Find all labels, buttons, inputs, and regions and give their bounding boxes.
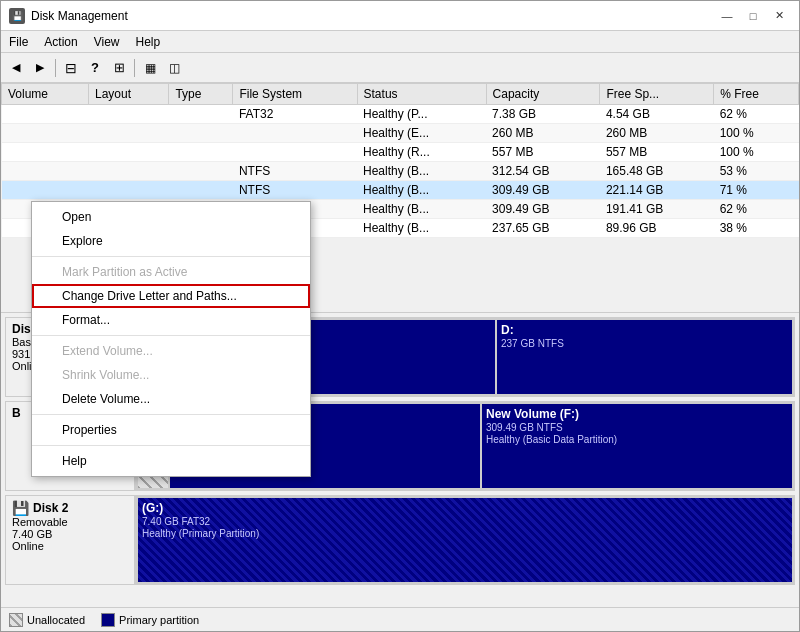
table-cell: 89.96 GB	[600, 219, 714, 238]
minimize-button[interactable]: —	[715, 7, 739, 25]
menu-help[interactable]: Help	[128, 33, 169, 50]
ctx-change-drive-letter[interactable]: Change Drive Letter and Paths...	[32, 284, 310, 308]
table-cell: 165.48 GB	[600, 162, 714, 181]
disk2-size: 7.40 GB	[12, 528, 128, 540]
title-bar-left: 💾 Disk Management	[9, 8, 128, 24]
ctx-delete[interactable]: Delete Volume...	[32, 387, 310, 411]
disk2-name: Disk 2	[33, 501, 68, 515]
disk2-part-g[interactable]: (G:) 7.40 GB FAT32 Healthy (Primary Part…	[138, 498, 792, 582]
disk-view-button[interactable]: ▦	[139, 57, 161, 79]
disk2-row: 💾 Disk 2 Removable 7.40 GB Online (G:) 7…	[5, 495, 795, 585]
ctx-extend: Extend Volume...	[32, 339, 310, 363]
disk0-part-d[interactable]: D: 237 GB NTFS	[497, 320, 792, 394]
ctx-shrink: Shrink Volume...	[32, 363, 310, 387]
table-cell: NTFS	[233, 181, 357, 200]
table-row[interactable]: NTFSHealthy (B...312.54 GB165.48 GB53 %	[2, 162, 799, 181]
content-area: Volume Layout Type File System Status Ca…	[1, 83, 799, 631]
properties-button[interactable]: ⊞	[108, 57, 130, 79]
table-cell: 7.38 GB	[486, 105, 600, 124]
table-cell	[169, 105, 233, 124]
legend-unallocated-label: Unallocated	[27, 614, 85, 626]
legend-unallocated-color	[9, 613, 23, 627]
disk2-icon: 💾	[12, 500, 29, 516]
disk-button-2[interactable]: ◫	[163, 57, 185, 79]
ctx-sep-4	[32, 445, 310, 446]
list-view-button[interactable]: ⊟	[60, 57, 82, 79]
table-cell: 71 %	[714, 181, 799, 200]
ctx-explore[interactable]: Explore	[32, 229, 310, 253]
table-cell	[88, 181, 168, 200]
part-d-name: D:	[501, 323, 788, 337]
part-f-name: New Volume (F:)	[486, 407, 788, 421]
table-cell	[2, 124, 89, 143]
disk2-label: 💾 Disk 2 Removable 7.40 GB Online	[5, 495, 135, 585]
part-d-info: 237 GB NTFS	[501, 338, 788, 349]
legend-primary: Primary partition	[101, 613, 199, 627]
col-volume[interactable]: Volume	[2, 84, 89, 105]
ctx-mark-active: Mark Partition as Active	[32, 260, 310, 284]
col-capacity[interactable]: Capacity	[486, 84, 600, 105]
toolbar: ◀ ▶ ⊟ ? ⊞ ▦ ◫	[1, 53, 799, 83]
table-cell: Healthy (B...	[357, 200, 486, 219]
col-pct[interactable]: % Free	[714, 84, 799, 105]
table-cell: 4.54 GB	[600, 105, 714, 124]
close-button[interactable]: ✕	[767, 7, 791, 25]
table-cell	[169, 124, 233, 143]
ctx-format[interactable]: Format...	[32, 308, 310, 332]
ctx-help[interactable]: Help	[32, 449, 310, 473]
table-cell	[233, 143, 357, 162]
table-cell	[169, 181, 233, 200]
table-cell	[233, 124, 357, 143]
col-filesystem[interactable]: File System	[233, 84, 357, 105]
table-cell: 312.54 GB	[486, 162, 600, 181]
ctx-properties[interactable]: Properties	[32, 418, 310, 442]
table-cell: Healthy (P...	[357, 105, 486, 124]
table-cell	[2, 181, 89, 200]
table-cell: 221.14 GB	[600, 181, 714, 200]
menu-file[interactable]: File	[1, 33, 36, 50]
ctx-sep-3	[32, 414, 310, 415]
ctx-open[interactable]: Open	[32, 205, 310, 229]
title-buttons: — □ ✕	[715, 7, 791, 25]
table-cell: 100 %	[714, 124, 799, 143]
legend-primary-label: Primary partition	[119, 614, 199, 626]
table-cell	[169, 162, 233, 181]
col-status[interactable]: Status	[357, 84, 486, 105]
forward-button[interactable]: ▶	[29, 57, 51, 79]
table-cell	[88, 162, 168, 181]
ctx-sep-1	[32, 256, 310, 257]
table-row[interactable]: FAT32Healthy (P...7.38 GB4.54 GB62 %	[2, 105, 799, 124]
table-cell: Healthy (R...	[357, 143, 486, 162]
table-cell: 53 %	[714, 162, 799, 181]
table-cell	[2, 105, 89, 124]
col-free[interactable]: Free Sp...	[600, 84, 714, 105]
col-type[interactable]: Type	[169, 84, 233, 105]
window-title: Disk Management	[31, 9, 128, 23]
table-cell: 309.49 GB	[486, 200, 600, 219]
disk2-status: Online	[12, 540, 128, 552]
table-cell: 191.41 GB	[600, 200, 714, 219]
table-row[interactable]: NTFSHealthy (B...309.49 GB221.14 GB71 %	[2, 181, 799, 200]
table-row[interactable]: Healthy (R...557 MB557 MB100 %	[2, 143, 799, 162]
table-cell: 38 %	[714, 219, 799, 238]
menu-action[interactable]: Action	[36, 33, 85, 50]
menu-view[interactable]: View	[86, 33, 128, 50]
table-cell: 557 MB	[600, 143, 714, 162]
legend: Unallocated Primary partition	[1, 607, 799, 631]
table-row[interactable]: Healthy (E...260 MB260 MB100 %	[2, 124, 799, 143]
part-f-status: Healthy (Basic Data Partition)	[486, 434, 788, 445]
table-cell: NTFS	[233, 162, 357, 181]
table-cell: Healthy (B...	[357, 162, 486, 181]
table-cell: FAT32	[233, 105, 357, 124]
table-cell	[2, 162, 89, 181]
help-button[interactable]: ?	[84, 57, 106, 79]
maximize-button[interactable]: □	[741, 7, 765, 25]
table-cell: 237.65 GB	[486, 219, 600, 238]
col-layout[interactable]: Layout	[88, 84, 168, 105]
window-icon: 💾	[9, 8, 25, 24]
table-cell	[169, 143, 233, 162]
table-cell: 62 %	[714, 200, 799, 219]
disk1-part-f[interactable]: New Volume (F:) 309.49 GB NTFS Healthy (…	[482, 404, 792, 488]
table-cell: 62 %	[714, 105, 799, 124]
back-button[interactable]: ◀	[5, 57, 27, 79]
